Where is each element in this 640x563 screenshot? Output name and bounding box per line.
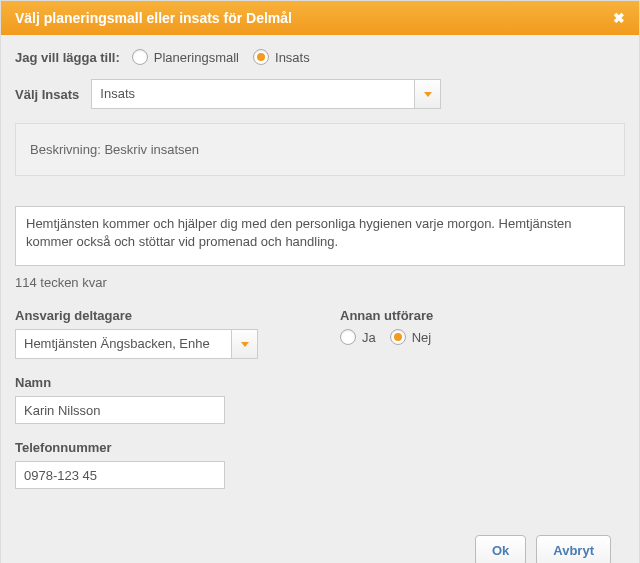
select-insats-row: Välj Insats Insats	[15, 79, 625, 109]
two-column-section: Ansvarig deltagare Hemtjänsten Ängsbacke…	[15, 308, 625, 505]
chevron-down-icon	[241, 342, 249, 347]
select-insats-toggle[interactable]	[415, 79, 441, 109]
phone-field: Telefonnummer	[15, 440, 300, 489]
radio-icon	[253, 49, 269, 65]
radio-label: Insats	[275, 50, 310, 65]
radio-insats[interactable]: Insats	[253, 49, 310, 65]
close-icon[interactable]: ✖	[613, 10, 625, 26]
radio-icon	[132, 49, 148, 65]
radio-planeringsmall[interactable]: Planeringsmall	[132, 49, 239, 65]
select-insats-value: Insats	[91, 79, 415, 109]
ok-button[interactable]: Ok	[475, 535, 526, 563]
responsible-value: Hemtjänsten Ängsbacken, Enhe	[15, 329, 232, 359]
other-performer-field: Annan utförare Ja Nej	[340, 308, 625, 345]
radio-other-no[interactable]: Nej	[390, 329, 432, 345]
add-type-row: Jag vill lägga till: Planeringsmall Insa…	[15, 49, 625, 65]
dialog-footer: Ok Avbryt	[15, 535, 625, 563]
other-performer-label: Annan utförare	[340, 308, 625, 323]
name-field: Namn	[15, 375, 300, 424]
add-type-label: Jag vill lägga till:	[15, 50, 120, 65]
radio-label: Planeringsmall	[154, 50, 239, 65]
dialog-title: Välj planeringsmall eller insats för Del…	[15, 10, 292, 26]
dialog-body: Jag vill lägga till: Planeringsmall Insa…	[1, 35, 639, 563]
radio-label: Ja	[362, 330, 376, 345]
dialog-header: Välj planeringsmall eller insats för Del…	[1, 1, 639, 35]
radio-other-yes[interactable]: Ja	[340, 329, 376, 345]
col-left: Ansvarig deltagare Hemtjänsten Ängsbacke…	[15, 308, 300, 505]
select-insats-label: Välj Insats	[15, 87, 79, 102]
chevron-down-icon	[424, 92, 432, 97]
radio-icon	[390, 329, 406, 345]
responsible-label: Ansvarig deltagare	[15, 308, 300, 323]
name-label: Namn	[15, 375, 300, 390]
responsible-select[interactable]: Hemtjänsten Ängsbacken, Enhe	[15, 329, 300, 359]
responsible-field: Ansvarig deltagare Hemtjänsten Ängsbacke…	[15, 308, 300, 359]
description-box: Beskrivning: Beskriv insatsen	[15, 123, 625, 176]
char-count: 114 tecken kvar	[15, 275, 625, 290]
description-textarea[interactable]	[15, 206, 625, 266]
cancel-button[interactable]: Avbryt	[536, 535, 611, 563]
phone-label: Telefonnummer	[15, 440, 300, 455]
select-insats[interactable]: Insats	[91, 79, 441, 109]
responsible-toggle[interactable]	[232, 329, 258, 359]
dialog: Välj planeringsmall eller insats för Del…	[0, 0, 640, 563]
radio-label: Nej	[412, 330, 432, 345]
phone-input[interactable]	[15, 461, 225, 489]
col-right: Annan utförare Ja Nej	[340, 308, 625, 505]
radio-icon	[340, 329, 356, 345]
name-input[interactable]	[15, 396, 225, 424]
